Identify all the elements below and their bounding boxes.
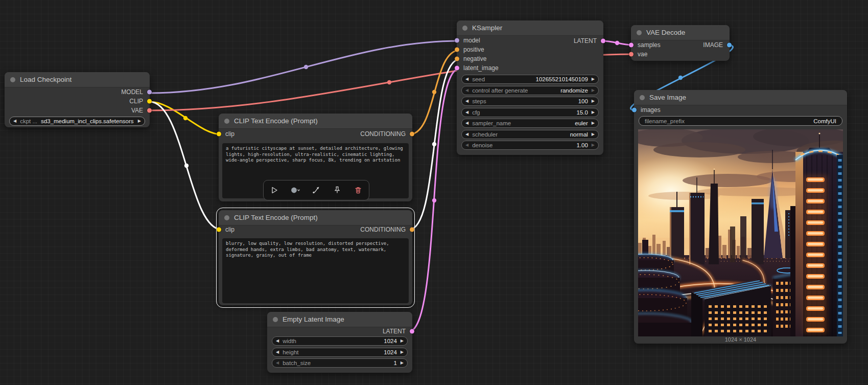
- input-port-clip[interactable]: [217, 132, 221, 137]
- output-port-conditioning[interactable]: [410, 132, 414, 137]
- node-title-bar[interactable]: CLIP Text Encode (Prompt): [219, 114, 412, 129]
- widget-value: sd3_medium_incl_clips.safetensors: [41, 118, 134, 124]
- link-midpoint-dot: [387, 80, 391, 84]
- widget-prev-icon[interactable]: ◀: [465, 88, 468, 93]
- link-midpoint-dot: [183, 116, 187, 120]
- widget-prev-icon[interactable]: ◀: [465, 132, 468, 137]
- input-port-negative[interactable]: [455, 57, 459, 61]
- widget-next-icon[interactable]: ▶: [401, 350, 404, 354]
- link-midpoint-dot: [304, 65, 308, 69]
- port-label-clip: clip: [225, 130, 234, 138]
- output-port-model[interactable]: [147, 90, 152, 95]
- widget-next-icon[interactable]: ▶: [592, 121, 595, 125]
- collapse-dot-icon[interactable]: [224, 119, 229, 124]
- widget-width[interactable]: ◀ width 1024 ▶: [272, 336, 408, 346]
- input-port-clip[interactable]: [217, 228, 221, 232]
- pin-icon: [333, 186, 342, 195]
- run-button[interactable]: [267, 184, 282, 197]
- widget-value: 100: [578, 98, 588, 104]
- widget-ckpt-name[interactable]: ◀ ckpt ... sd3_medium_incl_clips.safeten…: [9, 117, 145, 126]
- input-port-vae[interactable]: [629, 52, 634, 57]
- widget-prev-icon[interactable]: ◀: [276, 361, 279, 365]
- node-empty-latent-image[interactable]: Empty Latent Image LATENT ◀ width 1024 ▶…: [267, 312, 412, 373]
- widget-control-after-generate[interactable]: ◀control after generaterandomize▶: [461, 86, 599, 95]
- collapse-dot-icon[interactable]: [462, 26, 467, 31]
- port-label-image: IMAGE: [703, 41, 723, 49]
- widget-value: euler: [575, 120, 588, 126]
- widget-next-icon[interactable]: ▶: [592, 99, 595, 103]
- widget-seed[interactable]: ◀seed1026552101450109▶: [461, 75, 599, 84]
- widget-prev-icon[interactable]: ◀: [465, 121, 468, 125]
- widget-next-icon[interactable]: ▶: [401, 339, 404, 343]
- collapse-dot-icon[interactable]: [273, 317, 278, 322]
- node-title: Load Checkpoint: [20, 76, 72, 83]
- input-port-positive[interactable]: [455, 48, 459, 52]
- widget-value: 15.0: [576, 109, 588, 116]
- widget-prev-icon[interactable]: ◀: [276, 339, 279, 343]
- input-port-images[interactable]: [632, 108, 637, 112]
- node-title-bar[interactable]: VAE Decode: [631, 25, 730, 40]
- collapse-dot-icon[interactable]: [10, 77, 15, 82]
- widget-value: 1024: [384, 349, 397, 355]
- node-save-image[interactable]: Save Image images filename_prefix ComfyU…: [634, 90, 847, 344]
- widget-next-icon[interactable]: ▶: [592, 110, 595, 115]
- link-midpoint-dot: [432, 198, 436, 202]
- widget-steps[interactable]: ◀steps100▶: [461, 97, 599, 106]
- output-port-image[interactable]: [727, 43, 732, 48]
- cityscape-artwork: [638, 129, 843, 336]
- pin-button[interactable]: [330, 184, 345, 197]
- widget-cfg[interactable]: ◀cfg15.0▶: [461, 108, 599, 117]
- widget-value: 1024: [384, 338, 397, 344]
- port-label-samples: samples: [638, 41, 661, 49]
- widget-next-icon[interactable]: ▶: [138, 119, 141, 123]
- port-label-latent-out: LATENT: [574, 37, 597, 44]
- node-title-bar[interactable]: Save Image: [634, 90, 847, 105]
- widget-prev-icon[interactable]: ◀: [465, 143, 468, 147]
- node-title-bar[interactable]: Empty Latent Image: [267, 312, 412, 327]
- negative-prompt-textarea[interactable]: blurry, low quality, low resolution, dis…: [222, 238, 409, 303]
- widget-height[interactable]: ◀ height 1024 ▶: [272, 348, 408, 357]
- widget-next-icon[interactable]: ▶: [592, 132, 595, 137]
- widget-next-icon[interactable]: ▶: [592, 77, 595, 81]
- node-title-bar[interactable]: CLIP Text Encode (Prompt): [219, 210, 412, 225]
- widget-prev-icon[interactable]: ◀: [465, 99, 468, 103]
- link-midpoint-dot: [432, 90, 436, 94]
- collapse-dot-icon[interactable]: [640, 95, 645, 100]
- widget-sampler-name[interactable]: ◀sampler_nameeuler▶: [461, 119, 599, 128]
- node-title-bar[interactable]: Load Checkpoint: [5, 72, 150, 87]
- widget-scheduler[interactable]: ◀schedulernormal▶: [461, 130, 599, 139]
- color-button[interactable]: [288, 184, 303, 197]
- port-label-conditioning: CONDITIONING: [360, 130, 406, 138]
- input-port-model[interactable]: [455, 38, 459, 43]
- widget-prev-icon[interactable]: ◀: [465, 110, 468, 115]
- node-title-bar[interactable]: KSampler: [457, 20, 603, 36]
- input-port-samples[interactable]: [629, 43, 634, 48]
- widget-batch-size[interactable]: ◀ batch_size 1 ▶: [272, 358, 408, 368]
- output-port-latent[interactable]: [601, 39, 605, 43]
- widget-filename-prefix[interactable]: filename_prefix ComfyUI: [639, 116, 842, 126]
- node-graph-canvas[interactable]: Load Checkpoint MODEL CLIP VAE ◀ ckpt ..…: [0, 0, 868, 385]
- output-port-vae[interactable]: [147, 108, 152, 113]
- input-port-latent-image[interactable]: [455, 66, 459, 71]
- node-clip-text-encode-negative[interactable]: CLIP Text Encode (Prompt) clip CONDITION…: [219, 210, 412, 305]
- widget-next-icon[interactable]: ▶: [592, 88, 595, 93]
- output-port-conditioning[interactable]: [410, 228, 414, 232]
- node-vae-decode[interactable]: VAE Decode samples IMAGE vae: [631, 25, 730, 61]
- widget-denoise[interactable]: ◀denoise1.00▶: [461, 141, 599, 150]
- widget-label: cfg: [472, 109, 480, 116]
- collapse-dot-icon[interactable]: [637, 30, 642, 35]
- delete-button[interactable]: [350, 184, 366, 197]
- output-port-latent[interactable]: [410, 329, 414, 334]
- node-clip-text-encode-positive[interactable]: CLIP Text Encode (Prompt) clip CONDITION…: [219, 114, 412, 201]
- widget-prev-icon[interactable]: ◀: [276, 350, 279, 354]
- collapse-dot-icon[interactable]: [224, 215, 229, 220]
- output-port-clip[interactable]: [147, 99, 152, 104]
- widget-label: width: [283, 338, 296, 344]
- node-load-checkpoint[interactable]: Load Checkpoint MODEL CLIP VAE ◀ ckpt ..…: [5, 72, 150, 127]
- widget-prev-icon[interactable]: ◀: [13, 119, 16, 123]
- reroute-button[interactable]: [309, 184, 324, 197]
- widget-next-icon[interactable]: ▶: [592, 143, 595, 147]
- widget-prev-icon[interactable]: ◀: [465, 77, 468, 81]
- widget-next-icon[interactable]: ▶: [401, 361, 404, 365]
- node-ksampler[interactable]: KSampler model positive negative latent_…: [457, 20, 603, 155]
